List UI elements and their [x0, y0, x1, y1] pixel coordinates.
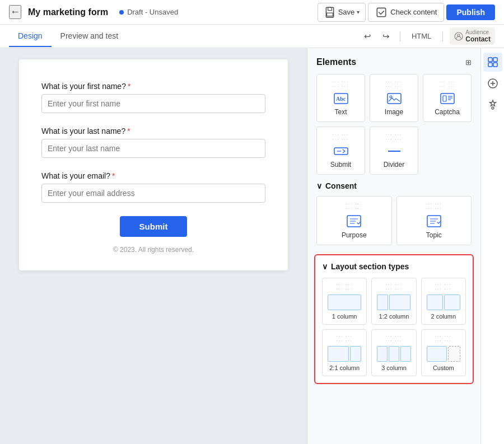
layout-2col-label: 2 column	[431, 313, 456, 320]
layout-2col[interactable]: ··· ······ ··· 2 column	[421, 278, 466, 325]
element-text[interactable]: ··· ······ ··· Abc Text	[316, 74, 365, 122]
side-icon-properties[interactable]	[483, 95, 502, 114]
col-box-h	[389, 346, 399, 362]
add-sidebar-icon	[487, 78, 498, 89]
consent-topic[interactable]: ··· ······ ··· Topic	[396, 196, 472, 245]
element-divider[interactable]: ··· ······ ··· Divider	[370, 127, 418, 175]
layout-dots-6: ··· ······ ···	[435, 334, 452, 343]
layout-1col-preview	[328, 295, 361, 310]
form-card: What is your first name?* What is your l…	[19, 59, 288, 270]
layout-1col[interactable]: ··· ······ ··· 1 column	[322, 278, 367, 325]
audience-box: Audience Contact	[450, 27, 495, 45]
required-star-2: *	[127, 127, 130, 135]
layout-21col-label: 2:1 column	[329, 364, 360, 371]
audience-icon	[454, 32, 463, 41]
check-content-button[interactable]: Check content	[368, 3, 444, 22]
topic-icon	[426, 214, 442, 228]
col-box-j	[427, 346, 447, 362]
consent-grid: ··· ······ ··· Purpose ··· ······ ···	[316, 196, 472, 245]
tab-design[interactable]: Design	[9, 26, 52, 47]
undo-button[interactable]: ↩	[361, 29, 375, 44]
publish-button[interactable]: Publish	[446, 4, 495, 20]
svg-rect-2	[326, 13, 333, 16]
consent-topic-label: Topic	[426, 231, 442, 239]
image-element-icon	[386, 92, 402, 105]
layout-3col-preview	[377, 346, 410, 362]
layout-21col-preview	[328, 346, 361, 362]
col-box	[328, 295, 361, 310]
canvas: What is your first name?* What is your l…	[0, 48, 307, 444]
layout-2col-preview	[427, 295, 460, 310]
html-button[interactable]: HTML	[407, 30, 436, 43]
layout-custom-preview	[427, 346, 460, 362]
consent-purpose[interactable]: ··· ······ ··· Purpose	[316, 196, 392, 245]
elements-sidebar-icon	[487, 57, 498, 68]
layout-dots-1: ··· ······ ···	[336, 283, 353, 292]
layout-grid: ··· ······ ··· 1 column ··· ······ ··· 1…	[322, 278, 466, 376]
consent-section: ∨ Consent ··· ······ ··· Purpose ··· ···	[307, 181, 480, 250]
firstname-input[interactable]	[41, 94, 265, 113]
save-icon	[324, 6, 336, 18]
required-star-3: *	[112, 171, 115, 180]
layout-header[interactable]: ∨ Layout section types	[322, 262, 466, 271]
audience-label: Audience	[465, 29, 491, 35]
layout-21col[interactable]: ··· ······ ··· 2:1 column	[322, 329, 367, 376]
layout-12col[interactable]: ··· ······ ··· 1:2 column	[371, 278, 416, 325]
element-dots-3: ··· ······ ···	[439, 80, 456, 89]
svg-point-5	[458, 34, 460, 36]
status-text: Draft - Unsaved	[127, 8, 178, 16]
field-firstname: What is your first name?*	[41, 82, 265, 113]
layout-12col-label: 1:2 column	[379, 313, 409, 320]
toolbar: ↩ ↪ HTML Audience Contact	[361, 27, 495, 45]
redo-button[interactable]: ↪	[379, 29, 393, 44]
save-chevron-icon: ▾	[357, 9, 360, 15]
status-dot	[119, 10, 124, 15]
layout-3col-label: 3 column	[381, 364, 407, 371]
lastname-input[interactable]	[41, 139, 265, 158]
email-input[interactable]	[41, 184, 265, 203]
text-element-icon: Abc	[333, 92, 349, 105]
consent-dots-2: ··· ······ ···	[426, 202, 442, 211]
layout-title: Layout section types	[331, 262, 409, 271]
consent-title: Consent	[325, 181, 357, 190]
submit-button[interactable]: Submit	[120, 216, 187, 237]
element-captcha-label: Captcha	[435, 108, 460, 116]
back-button[interactable]: ←	[9, 5, 21, 19]
layout-dots-3: ··· ······ ···	[435, 283, 452, 292]
layout-custom[interactable]: ··· ······ ··· Custom	[421, 329, 466, 376]
save-button[interactable]: Save ▾	[318, 3, 366, 22]
form-footer: © 2023. All rights reserved.	[41, 246, 265, 254]
col-box-i	[400, 346, 411, 362]
element-image[interactable]: ··· ······ ··· Image	[370, 74, 418, 122]
consent-header[interactable]: ∨ Consent	[316, 181, 472, 190]
sub-header: Design Preview and test ↩ ↪ HTML Audienc…	[0, 25, 504, 48]
col-box-f	[350, 346, 361, 362]
element-dots: ··· ······ ···	[333, 80, 349, 89]
col-box-d	[444, 295, 460, 310]
consent-purpose-label: Purpose	[342, 231, 367, 239]
audience-info: Audience Contact	[465, 29, 491, 43]
tab-preview[interactable]: Preview and test	[52, 26, 128, 47]
page-title: My marketing form	[28, 7, 108, 17]
element-divider-label: Divider	[384, 161, 404, 169]
layout-custom-label: Custom	[433, 364, 454, 371]
element-text-label: Text	[334, 108, 347, 116]
layout-dots-2: ··· ······ ···	[386, 283, 403, 292]
field-lastname: What is your last name?*	[41, 127, 265, 158]
col-box-a	[377, 295, 388, 310]
svg-rect-21	[493, 58, 497, 62]
layout-3col[interactable]: ··· ······ ··· 3 column	[371, 329, 416, 376]
svg-text:Abc: Abc	[336, 96, 346, 102]
side-icon-add[interactable]	[483, 74, 502, 93]
check-icon	[375, 6, 388, 18]
svg-rect-8	[388, 94, 401, 104]
captcha-element-icon	[440, 92, 455, 105]
required-star-1: *	[128, 82, 130, 91]
element-dots-5: ··· ······ ···	[386, 133, 403, 142]
header: ← My marketing form Draft - Unsaved Save…	[0, 0, 504, 25]
element-captcha[interactable]: ··· ······ ··· Captcha	[423, 74, 472, 122]
element-submit[interactable]: ··· ······ ··· Submit	[316, 127, 365, 175]
elements-expand-icon[interactable]: ⊞	[465, 58, 472, 67]
side-icon-elements[interactable]	[483, 53, 502, 72]
purpose-icon	[346, 214, 362, 228]
